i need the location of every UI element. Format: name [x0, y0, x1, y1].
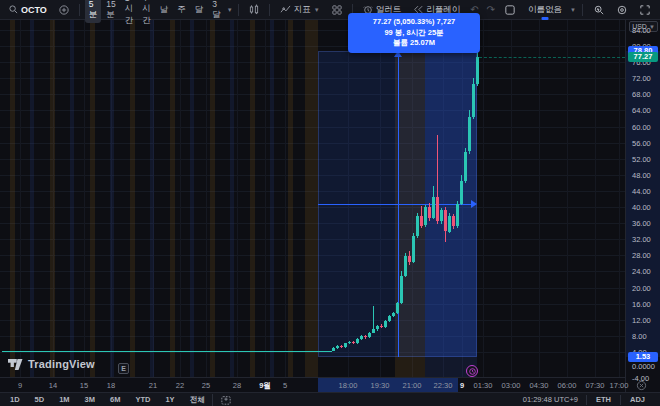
postmarket-session-band — [150, 20, 154, 377]
settings-icon[interactable] — [612, 3, 632, 17]
interval-button-날[interactable]: 날 — [156, 2, 173, 18]
grid-line-v — [206, 20, 207, 377]
adj-toggle[interactable]: ADJ — [621, 395, 654, 404]
bottom-right-group: 01:29:48 UTC+9 ETH ADJ — [515, 395, 654, 405]
premarket-session-band — [170, 20, 175, 377]
candle-body — [368, 333, 371, 338]
price-tick: 28.00 — [632, 251, 651, 260]
candle-body — [344, 343, 347, 347]
price-tick: 56.00 — [632, 139, 651, 148]
interval-button-주[interactable]: 주 — [173, 2, 190, 18]
range-button-6M[interactable]: 6M — [106, 394, 124, 405]
candle-body — [468, 117, 471, 152]
symbol-search-button[interactable]: OCTO — [4, 3, 52, 17]
time-tick: 19:30 — [371, 381, 390, 390]
grid-line-v — [180, 20, 181, 377]
time-tick: 03:00 — [502, 381, 521, 390]
candle-body — [472, 84, 475, 117]
range-button-5D[interactable]: 5D — [31, 394, 49, 405]
interval-group: 5분15분1시간4시간날주달3달 — [85, 0, 225, 29]
last-price-label: 77.27 — [628, 52, 658, 62]
candle-body — [420, 216, 423, 226]
interval-button-3달[interactable]: 3달 — [208, 0, 225, 23]
interval-button-4시간[interactable]: 4시간 — [138, 0, 155, 29]
range-button-3M[interactable]: 3M — [81, 394, 99, 405]
candle-body — [332, 348, 335, 351]
session-clock-icon[interactable] — [466, 365, 478, 377]
range-button-전체[interactable]: 전체 — [186, 394, 209, 406]
indicators-chevron-icon: ▼ — [314, 7, 320, 13]
postmarket-session-band — [30, 20, 34, 377]
price-tick: 36.00 — [632, 219, 651, 228]
time-axis[interactable]: 9141518212225289월518:0019:3021:0022:3090… — [0, 377, 625, 392]
grid-line-v — [84, 20, 85, 377]
divider — [269, 4, 270, 16]
price-tick: 84.00 — [632, 26, 651, 35]
price-axis[interactable]: USD ▼ 84.0080.0076.0072.0068.0064.0060.0… — [625, 20, 660, 392]
postmarket-session-band — [70, 20, 74, 377]
price-tick: -4.00 — [632, 374, 649, 383]
interval-button-달[interactable]: 달 — [191, 2, 208, 18]
time-tick: 18:00 — [339, 381, 358, 390]
price-tick: 16.00 — [632, 300, 651, 309]
candle-body — [336, 346, 339, 348]
candle-body — [444, 210, 447, 231]
candle-body — [348, 342, 351, 344]
postmarket-session-band — [270, 20, 274, 377]
go-to-date-icon[interactable] — [216, 393, 236, 406]
premarket-session-band — [250, 20, 255, 377]
price-tick: 8.00 — [632, 332, 647, 341]
price-tick: 68.00 — [632, 90, 651, 99]
price-tick: 44.00 — [632, 187, 651, 196]
indicators-label: 지표 — [294, 4, 311, 16]
indicators-button[interactable]: 지표 ▼ — [275, 2, 325, 18]
candle-body — [408, 256, 411, 262]
grid-line-v — [595, 20, 596, 377]
candle-body — [356, 339, 359, 343]
eth-toggle[interactable]: ETH — [587, 395, 620, 404]
fullscreen-icon[interactable] — [635, 3, 655, 17]
layout-icon[interactable] — [500, 3, 520, 17]
time-tick: 25 — [202, 381, 210, 390]
quick-search-icon[interactable] — [589, 3, 609, 17]
range-button-1M[interactable]: 1M — [55, 394, 73, 405]
indicator-templates-button[interactable] — [327, 3, 347, 17]
price-tick: 52.00 — [632, 155, 651, 164]
tradingview-logo[interactable]: TradingView — [8, 358, 95, 370]
time-tick: 9 — [460, 381, 464, 390]
candle-body — [396, 303, 399, 313]
candle-body — [460, 181, 463, 204]
clock-timezone-button[interactable]: 01:29:48 UTC+9 — [515, 395, 586, 404]
time-tick: 15 — [80, 381, 88, 390]
interval-button-15분[interactable]: 15분 — [102, 0, 119, 23]
layout-name-button[interactable]: 이름없음 — [523, 2, 567, 18]
measure-volume: 볼륨 25.07M — [354, 38, 474, 49]
indicators-icon — [280, 5, 291, 15]
range-button-YTD[interactable]: YTD — [131, 394, 154, 405]
chart-canvas[interactable] — [0, 20, 625, 377]
candle-body — [400, 276, 403, 303]
interval-button-1시간[interactable]: 1시간 — [121, 0, 138, 29]
autosave-indicator — [542, 17, 549, 20]
candle-body — [416, 216, 419, 237]
grid-line-v — [511, 20, 512, 377]
layout-chevron-icon[interactable]: ▼ — [570, 7, 576, 13]
time-tick: 01:30 — [474, 381, 493, 390]
range-button-1Y[interactable]: 1Y — [161, 394, 178, 405]
time-tick: 22:30 — [434, 381, 453, 390]
measure-horizontal-line — [318, 204, 473, 205]
premarket-session-band — [210, 20, 215, 377]
time-tick: 21 — [149, 381, 157, 390]
chart-style-button[interactable] — [244, 2, 264, 17]
grid-line-v — [539, 20, 540, 377]
range-button-1D[interactable]: 1D — [6, 394, 24, 405]
grid-line-v — [20, 20, 21, 377]
redo-icon[interactable]: ↷ — [484, 4, 498, 15]
interval-chevron-icon[interactable]: ▼ — [227, 7, 233, 13]
compare-add-button[interactable] — [54, 3, 74, 17]
interval-button-5분[interactable]: 5분 — [85, 0, 102, 23]
search-icon — [9, 5, 18, 14]
divider — [582, 4, 583, 16]
event-marker-icon[interactable]: E — [118, 363, 129, 374]
candle-body — [464, 152, 467, 182]
